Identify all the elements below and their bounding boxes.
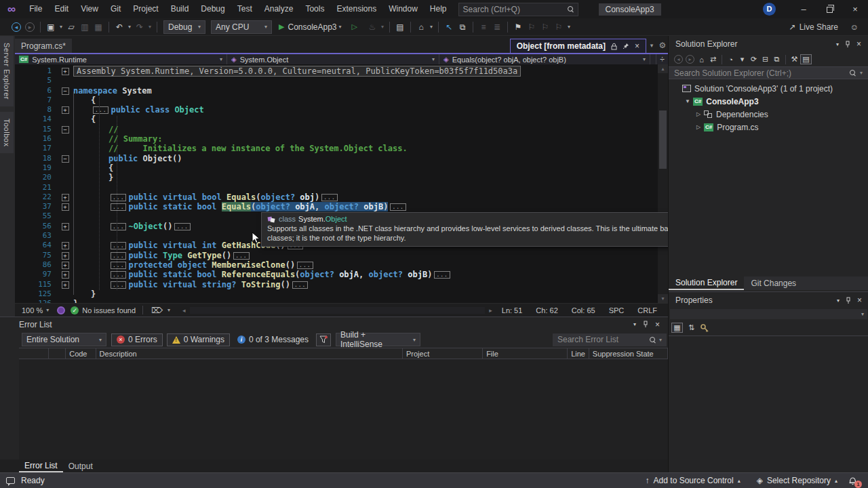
bookmark-prev-icon[interactable]: ⚐ xyxy=(525,22,538,32)
live-share-button[interactable]: ↗ Live Share xyxy=(789,22,838,32)
fold-expand-icon[interactable]: + xyxy=(60,280,71,289)
column-header-suppression-state[interactable]: Suppression State xyxy=(589,348,668,359)
fold-expand-icon[interactable]: + xyxy=(60,241,71,250)
breadcrumb-project[interactable]: C# System.Runtime ▾ xyxy=(15,54,227,64)
chevron-down-icon[interactable]: ▾ xyxy=(633,321,636,327)
collapsed-region-box[interactable]: ... xyxy=(111,203,126,211)
column-header-file[interactable]: File xyxy=(483,348,568,359)
breadcrumb-member[interactable]: ◈ Equals(object? objA, object? objB) ▾ xyxy=(439,54,650,64)
tree-item-dependencies[interactable]: ▷Dependencies xyxy=(669,108,868,121)
property-pages-icon[interactable] xyxy=(700,323,709,333)
pin-icon[interactable] xyxy=(623,43,629,49)
minimize-button[interactable]: – xyxy=(791,0,816,18)
cursor-select-icon[interactable]: ↖ xyxy=(442,22,456,32)
sync-namespaces-icon[interactable]: ⌂ xyxy=(414,22,428,32)
tree-expander-icon[interactable]: ▼ xyxy=(684,98,692,104)
menu-extensions[interactable]: Extensions xyxy=(330,0,382,18)
tab-git-changes[interactable]: Git Changes xyxy=(744,277,803,290)
code-line-8[interactable]: 8+...public class Object xyxy=(15,105,668,115)
collapsed-region-box[interactable]: ... xyxy=(297,262,313,269)
open-file-icon[interactable]: ▱ xyxy=(64,22,78,32)
properties-wrench-icon[interactable]: ⚒ xyxy=(789,55,800,64)
line-indicator[interactable]: Ln: 51 xyxy=(495,306,530,314)
find-in-files-icon[interactable]: ▤ xyxy=(393,22,407,32)
fold-expand-icon[interactable]: + xyxy=(60,192,71,202)
code-line-21[interactable]: 21 xyxy=(15,183,668,192)
menu-tools[interactable]: Tools xyxy=(299,0,330,18)
menu-help[interactable]: Help xyxy=(424,0,453,18)
close-icon[interactable]: × xyxy=(655,320,660,329)
code-line-14[interactable]: 14{ xyxy=(15,115,668,124)
collapsed-region-box[interactable]: ... xyxy=(111,194,126,201)
collapsed-region-box[interactable]: ... xyxy=(111,242,126,249)
nav-back-icon[interactable]: ◂ xyxy=(674,55,683,64)
collapsed-region-box[interactable]: ... xyxy=(93,106,108,114)
nav-forward-icon[interactable]: ▸ xyxy=(25,22,35,32)
scroll-down-icon[interactable]: ▾ xyxy=(658,294,668,303)
column-header-line[interactable]: Line xyxy=(568,348,589,359)
error-scope-select[interactable]: Entire Solution ▾ xyxy=(22,333,106,346)
save-icon[interactable]: ▥ xyxy=(78,22,92,32)
tab-error-list[interactable]: Error List xyxy=(19,460,63,472)
bookmark-next-icon[interactable]: ⚐ xyxy=(538,22,552,32)
split-window-icon[interactable]: ÷ xyxy=(656,54,668,64)
collapsed-region-box[interactable]: ... xyxy=(111,271,126,279)
alphabetical-sort-icon[interactable]: ⇅ xyxy=(686,323,697,332)
code-line-20[interactable]: 20} xyxy=(15,173,668,182)
menu-build[interactable]: Build xyxy=(165,0,195,18)
warnings-filter-button[interactable]: 0 Warnings xyxy=(167,333,230,346)
collapse-all-icon[interactable]: ⊟ xyxy=(760,55,771,64)
messages-filter-button[interactable]: i 0 of 3 Messages xyxy=(232,335,314,344)
code-line-115[interactable]: 115+...public virtual string? ToString()… xyxy=(15,280,668,289)
restore-button[interactable] xyxy=(816,0,842,18)
tree-expander-icon[interactable]: ▷ xyxy=(694,111,703,117)
column-header-project[interactable]: Project xyxy=(403,348,483,359)
collapsed-region-box[interactable]: ... xyxy=(321,194,337,201)
fold-expand-icon[interactable]: + xyxy=(60,251,71,260)
tree-item-consoleapp3[interactable]: ▼C#ConsoleApp3 xyxy=(669,95,868,108)
collapsed-region-box[interactable]: ... xyxy=(434,271,450,279)
pin-icon[interactable] xyxy=(643,321,648,328)
nav-back-icon[interactable]: ◂ xyxy=(12,22,21,32)
menu-test[interactable]: Test xyxy=(231,0,258,18)
fold-expand-icon[interactable]: + xyxy=(60,66,71,76)
menu-debug[interactable]: Debug xyxy=(195,0,231,18)
home-icon[interactable]: ⌂ xyxy=(696,56,707,64)
pin-icon[interactable] xyxy=(846,297,851,304)
new-project-dropdown-icon[interactable]: ▾ xyxy=(58,24,64,30)
code-line-97[interactable]: 97+...public static bool ReferenceEquals… xyxy=(15,270,668,279)
fold-expand-icon[interactable]: + xyxy=(60,202,71,211)
collapsed-region-box[interactable]: ... xyxy=(174,223,190,230)
code-line-16[interactable]: 16// Summary: xyxy=(15,134,668,144)
sync-dropdown-icon[interactable]: ▾ xyxy=(428,24,435,30)
code-line-22[interactable]: 22+...public virtual bool Equals(object?… xyxy=(15,192,668,202)
menu-edit[interactable]: Edit xyxy=(48,0,75,18)
bookmark-dropdown-icon[interactable]: ▾ xyxy=(566,24,572,30)
fold-expand-icon[interactable]: + xyxy=(60,105,71,115)
spaces-indicator[interactable]: SPC xyxy=(602,306,631,314)
tab-solution-explorer[interactable]: Solution Explorer xyxy=(669,277,744,290)
gear-icon[interactable]: ⚙ xyxy=(657,39,668,53)
error-list-body[interactable] xyxy=(19,359,668,460)
collapsed-region-box[interactable]: ... xyxy=(111,252,126,260)
code-editor[interactable]: 1+Assembly System.Runtime, Version=5.0.0… xyxy=(15,64,668,303)
scroll-left-icon[interactable]: ◂ xyxy=(180,307,189,314)
line-ending-indicator[interactable]: CRLF xyxy=(631,306,664,314)
bookmark-icon[interactable]: ⚑ xyxy=(511,22,525,32)
tab-output[interactable]: Output xyxy=(63,460,98,472)
save-all-icon[interactable]: ▦ xyxy=(92,22,105,32)
pending-changes-filter-icon[interactable]: ◔ xyxy=(725,56,736,64)
show-all-files-icon[interactable]: ▤ xyxy=(800,54,812,64)
menu-file[interactable]: File xyxy=(23,0,48,18)
error-list-search-input[interactable]: Search Error List ▾ xyxy=(553,333,667,346)
close-icon[interactable]: × xyxy=(635,41,639,51)
refresh-icon[interactable]: ⟳ xyxy=(748,55,760,64)
errors-filter-button[interactable]: × 0 Errors xyxy=(111,333,163,346)
fold-collapse-icon[interactable]: − xyxy=(60,154,71,163)
chevron-down-icon[interactable]: ▾ xyxy=(836,41,839,47)
fold-collapse-icon[interactable]: − xyxy=(60,125,71,134)
column-header-description[interactable]: Description xyxy=(96,348,403,359)
scroll-up-icon[interactable]: ▴ xyxy=(658,64,668,73)
properties-object-select[interactable]: ▾ xyxy=(670,309,867,319)
close-icon[interactable]: × xyxy=(857,296,862,305)
